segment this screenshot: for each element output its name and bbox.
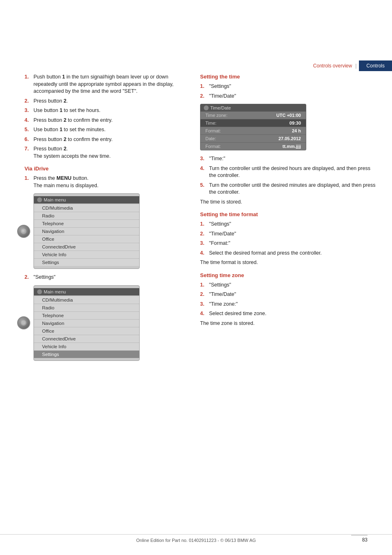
step-7: 7. Press button 2.The system accepts the… [24,145,188,160]
stf-step-num-1: 1. [200,221,207,228]
time-format-stored-info: The time format is stored. [200,259,376,266]
step-num-1: 1. [24,74,31,95]
menu-screenshot-2-wrapper: Main menu CD/Multimedia Radio Telephone … [24,285,188,361]
td-value-2: 24 h [292,128,301,133]
setting-time-steps: 1. "Settings" 2. "Time/Date" [200,83,376,100]
stz-step-text-3: "Time zone:" [209,301,238,308]
menu2-item-3: Navigation [34,320,139,327]
menu2-item-6: Vehicle Info [34,343,139,351]
idrive-knob-inner-1 [21,228,27,234]
td-label-1: Time: [205,121,216,125]
st-step-text-3: "Time:" [209,155,225,163]
stf-step-text-3: "Format:" [209,240,230,247]
page-number: 83 [351,535,368,543]
via-step-num-2: 2. [24,274,31,281]
td-row-3: Date: 27.05.2012 [200,135,306,143]
menu1-item-3: Navigation [34,228,139,235]
menu2-item-4: Office [34,327,139,335]
setting-time-format-steps: 1. "Settings" 2. "Time/Date" 3. "Format:… [200,221,376,257]
stz-step-4: 4. Select desired time zone. [200,310,376,318]
step-text-6: Press button 2 to confirm the entry. [33,136,113,143]
left-column: 1. Push button 1 in the turn signal/high… [24,74,188,514]
st-step-num-2: 2. [200,93,207,100]
header-bar: Controls overview | Controls [196,60,392,71]
stf-step-2: 2. "Time/Date" [200,231,376,238]
stf-step-text-1: "Settings" [209,221,231,228]
td-row-1: Time: 09:30 [200,119,306,127]
menu-screenshot-2: Main menu CD/Multimedia Radio Telephone … [33,285,140,361]
stf-step-num-2: 2. [200,231,207,238]
via-step2-list: 2. "Settings" [24,274,188,281]
setting-time-zone-steps: 1. "Settings" 2. "Time/Date" 3. "Time zo… [200,282,376,318]
stf-step-3: 3. "Format:" [200,240,376,247]
step-text-2: Press button 2. [33,98,68,105]
step-num-3: 3. [24,107,31,114]
menu1-item-0: CD/Multimedia [34,204,139,212]
menu1-item-2: Telephone [34,220,139,228]
menu1-icon [37,197,42,202]
footer-text: Online Edition for Part no. 01402911223 … [136,538,256,543]
st-step-num-5: 5. [200,182,207,196]
step-text-3: Use button 1 to set the hours. [33,107,100,114]
idrive-knob-inner-2 [21,320,27,326]
td-label-4: Format: [205,144,221,149]
stz-step-text-4: Select desired time zone. [209,310,266,318]
menu1-item-7: Settings [34,259,139,266]
step-text-5: Use button 1 to set the minutes. [33,126,106,134]
st-step-1: 1. "Settings" [200,83,376,90]
st-step-num-4: 4. [200,165,207,179]
stf-step-num-3: 3. [200,240,207,247]
intro-step-list: 1. Push button 1 in the turn signal/high… [24,74,188,160]
td-label-3: Date: [205,136,216,141]
step-text-7: Press button 2.The system accepts the ne… [33,145,111,160]
via-step-text-1: Press the MENU button.The main menu is d… [33,175,98,189]
step-1: 1. Push button 1 in the turn signal/high… [24,74,188,95]
st-step-num-1: 1. [200,83,207,90]
header-divider: | [355,63,359,69]
menu-screenshot-1: Main menu CD/Multimedia Radio Telephone … [33,193,140,269]
td-label-2: Format: [205,128,221,133]
st-step-5: 5. Turn the controller until the desired… [200,182,376,196]
menu1-item-5: ConnectedDrive [34,243,139,251]
menu2-icon [37,289,42,294]
time-zone-stored-info: The time zone is stored. [200,320,376,327]
controls-overview-label: Controls overview [313,63,355,69]
via-step-text-2: "Settings" [33,274,56,281]
menu2-title: Main menu [44,289,66,294]
td-value-4: tt.mm.jjjj [283,144,301,149]
td-value-3: 27.05.2012 [278,136,301,141]
td-row-4: Format: tt.mm.jjjj [200,143,306,150]
step-num-7: 7. [24,145,31,160]
st-step-text-1: "Settings" [209,83,231,90]
st-step-2: 2. "Time/Date" [200,93,376,100]
via-idrive-heading: Via iDrive [24,166,188,172]
menu2-title-bar: Main menu [34,288,139,295]
menu2-item-0: CD/Multimedia [34,296,139,304]
controls-tab: Controls [359,60,392,71]
stz-step-3: 3. "Time zone:" [200,301,376,308]
menu1-item-6: Vehicle Info [34,251,139,259]
step-2: 2. Press button 2. [24,98,188,105]
stf-step-text-4: Select the desired format and press the … [209,250,322,257]
step-text-1: Push button 1 in the turn signal/high be… [33,74,188,95]
timedate-title: Time/Date [210,105,231,110]
menu1-title-bar: Main menu [34,196,139,204]
via-step-2: 2. "Settings" [24,274,188,281]
step-5: 5. Use button 1 to set the minutes. [24,126,188,134]
td-value-0: UTC +01:00 [276,113,301,118]
st-step-text-4: Turn the controller until the desired ho… [209,165,376,179]
step-4: 4. Press button 2 to confirm the entry. [24,117,188,124]
stf-step-num-4: 4. [200,250,207,257]
main-content: 1. Push button 1 in the turn signal/high… [24,74,376,514]
timedate-title-bar: Time/Date [200,104,306,112]
st-step-4: 4. Turn the controller until the desired… [200,165,376,179]
td-row-0: Time zone: UTC +01:00 [200,112,306,119]
setting-time-zone-heading: Setting time zone [200,272,376,278]
step-num-4: 4. [24,117,31,124]
timedate-screenshot: Time/Date Time zone: UTC +01:00 Time: 09… [200,104,306,150]
td-label-0: Time zone: [205,113,227,118]
stz-step-2: 2. "Time/Date" [200,291,376,298]
via-step-1: 1. Press the MENU button.The main menu i… [24,175,188,189]
step-6: 6. Press button 2 to confirm the entry. [24,136,188,143]
setting-time-steps-2: 3. "Time:" 4. Turn the controller until … [200,155,376,196]
